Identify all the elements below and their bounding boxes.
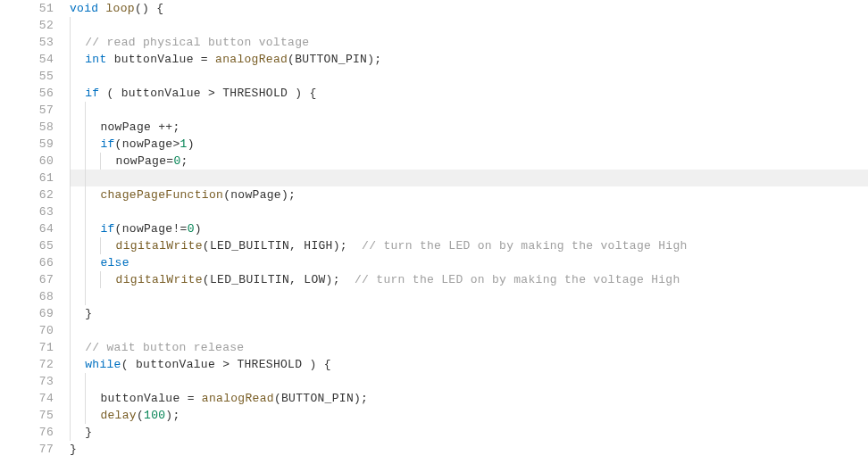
code-line[interactable]: } <box>70 424 868 441</box>
line-number: 52 <box>0 17 54 34</box>
code-line[interactable]: } <box>70 305 868 322</box>
line-number: 53 <box>0 34 54 51</box>
code-line[interactable]: else <box>70 254 868 271</box>
code-area[interactable]: void loop() { // read physical button vo… <box>70 0 868 458</box>
code-line-active[interactable] <box>70 170 868 186</box>
line-number: 63 <box>0 203 54 220</box>
code-line[interactable] <box>70 203 868 220</box>
line-number: 75 <box>0 407 54 424</box>
code-line[interactable]: delay(100); <box>70 407 868 424</box>
line-number-gutter: 51 52 53 54 55 56 57 58 59 60 61 62 63 6… <box>0 0 70 458</box>
line-number: 65 <box>0 237 54 254</box>
line-number: 54 <box>0 51 54 68</box>
line-number: 70 <box>0 322 54 339</box>
line-number: 72 <box>0 356 54 373</box>
line-number: 51 <box>0 0 54 17</box>
code-line[interactable]: nowPage=0; <box>70 153 868 170</box>
line-number: 62 <box>0 186 54 203</box>
code-line[interactable]: if(nowPage>1) <box>70 136 868 153</box>
code-line[interactable]: if(nowPage!=0) <box>70 220 868 237</box>
line-number: 56 <box>0 85 54 102</box>
code-line[interactable] <box>70 102 868 119</box>
line-number: 60 <box>0 153 54 170</box>
line-number: 57 <box>0 102 54 119</box>
line-number: 67 <box>0 271 54 288</box>
code-line[interactable]: // read physical button voltage <box>70 34 868 51</box>
code-line[interactable] <box>70 288 868 305</box>
code-line[interactable] <box>70 373 868 390</box>
line-number: 69 <box>0 305 54 322</box>
code-line[interactable] <box>70 68 868 85</box>
code-line[interactable]: chagePageFunction(nowPage); <box>70 186 868 203</box>
line-number: 71 <box>0 339 54 356</box>
code-line[interactable]: // wait button release <box>70 339 868 356</box>
code-line[interactable]: digitalWrite(LED_BUILTIN, LOW); // turn … <box>70 271 868 288</box>
code-line[interactable]: } <box>70 441 868 458</box>
code-line[interactable]: digitalWrite(LED_BUILTIN, HIGH); // turn… <box>70 237 868 254</box>
code-line[interactable]: nowPage ++; <box>70 119 868 136</box>
code-line[interactable]: while( buttonValue > THRESHOLD ) { <box>70 356 868 373</box>
code-line[interactable] <box>70 17 868 34</box>
line-number: 66 <box>0 254 54 271</box>
line-number: 58 <box>0 119 54 136</box>
line-number: 74 <box>0 390 54 407</box>
line-number: 55 <box>0 68 54 85</box>
code-line[interactable]: buttonValue = analogRead(BUTTON_PIN); <box>70 390 868 407</box>
line-number: 64 <box>0 220 54 237</box>
line-number: 77 <box>0 441 54 458</box>
code-line[interactable]: void loop() { <box>70 0 868 17</box>
line-number: 73 <box>0 373 54 390</box>
code-line[interactable]: int buttonValue = analogRead(BUTTON_PIN)… <box>70 51 868 68</box>
code-line[interactable]: if ( buttonValue > THRESHOLD ) { <box>70 85 868 102</box>
line-number: 68 <box>0 288 54 305</box>
line-number: 59 <box>0 136 54 153</box>
code-line[interactable] <box>70 322 868 339</box>
line-number: 61 <box>0 170 54 186</box>
code-editor[interactable]: 51 52 53 54 55 56 57 58 59 60 61 62 63 6… <box>0 0 868 458</box>
line-number: 76 <box>0 424 54 441</box>
